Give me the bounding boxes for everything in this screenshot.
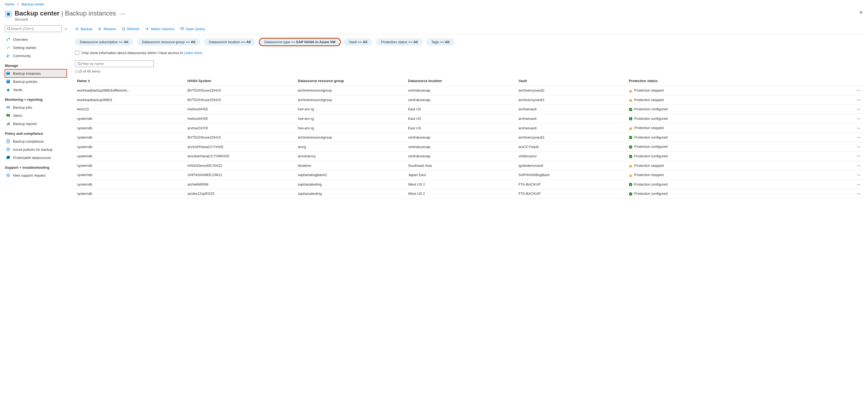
cell-hana: SAPHANAMDC2\M11 — [185, 170, 296, 180]
table-row[interactable]: workloadbackup36801differentn...BVTD2HSu… — [75, 86, 863, 95]
access-check-checkbox[interactable] — [75, 51, 79, 55]
page-header: Backup center | Backup instances ⋯ Micro… — [0, 8, 868, 25]
row-more-icon[interactable]: ⋯ — [737, 133, 863, 142]
table-row[interactable]: test123hxehost\HXEhxe-arv-rgEast USarvhx… — [75, 105, 863, 114]
sidebar-item-backup-instances[interactable]: Backup instances — [5, 69, 67, 78]
filter-datasource-subscription[interactable]: Datasource subscription == All — [75, 38, 133, 46]
row-more-icon[interactable]: ⋯ — [737, 86, 863, 95]
learn-more-link[interactable]: Learn more — [184, 51, 202, 55]
table-row[interactable]: systemdbHANADemoIDC3\H22idcdemoSoutheast… — [75, 161, 863, 170]
filter-datasource-rg[interactable]: Datasource resource group == All — [137, 38, 200, 46]
cell-rg: archiveresourcegroup — [296, 133, 406, 142]
refresh-button[interactable]: Refresh — [121, 27, 140, 31]
col-loc[interactable]: Datasource location — [406, 76, 516, 86]
row-more-icon[interactable]: ⋯ — [737, 180, 863, 189]
backup-instances-icon — [6, 71, 10, 76]
cell-name: systemdb — [75, 123, 185, 133]
cell-status: Protection stopped — [626, 170, 737, 180]
svg-point-5 — [7, 48, 8, 49]
breadcrumb-current[interactable]: Backup center — [22, 2, 44, 6]
table-row[interactable]: systemdbanssharHanaCCYVM\HXEanssharccyce… — [75, 151, 863, 161]
table-row[interactable]: systemdbhxehost\HXEhxe-arv-rgEast USarvh… — [75, 114, 863, 123]
sidebar-item-new-support[interactable]: New support request — [5, 171, 67, 179]
cell-status: Protection stopped — [626, 95, 737, 105]
col-hana[interactable]: HANA System — [185, 76, 296, 86]
row-more-icon[interactable]: ⋯ — [737, 105, 863, 114]
sidebar-item-label: Overview — [13, 37, 28, 41]
table-row[interactable]: systemdbSAPHANAMDC2\M11saphanabugbash2Ja… — [75, 170, 863, 180]
sidebar-item-community[interactable]: Community — [5, 52, 67, 60]
row-more-icon[interactable]: ⋯ — [737, 189, 863, 199]
svg-rect-15 — [6, 106, 10, 107]
sidebar-item-backup-policies[interactable]: Backup policies — [5, 78, 67, 86]
collapse-sidebar-icon[interactable]: « — [65, 27, 67, 31]
sidebar-search[interactable] — [5, 25, 62, 32]
filter-datasource-type[interactable]: Datasource type == SAP HANA in Azure VM — [259, 38, 340, 46]
filter-tags[interactable]: Tags == All — [426, 38, 454, 46]
select-columns-button[interactable]: Select columns — [145, 27, 174, 31]
sidebar-item-label: Azure policies for backup — [13, 148, 53, 152]
col-vault[interactable]: Vault — [516, 76, 626, 86]
restore-button[interactable]: Restore — [98, 27, 116, 31]
cell-name: systemdb — [75, 114, 185, 123]
filter-vault[interactable]: Vault == All — [344, 38, 372, 46]
sidebar-item-backup-reports[interactable]: Backup reports — [5, 120, 67, 128]
table-row[interactable]: systemdbarvSAPHanaCCY\HXEarvrgcentraluse… — [75, 142, 863, 152]
breadcrumb-home[interactable]: Home — [5, 2, 14, 6]
row-more-icon[interactable]: ⋯ — [737, 151, 863, 161]
overview-icon — [6, 37, 10, 41]
sidebar-item-protectable[interactable]: Protectable datasources — [5, 153, 67, 162]
sidebar-item-backup-jobs[interactable]: Backup jobs — [5, 103, 67, 111]
status-warn-icon — [629, 173, 632, 177]
svg-point-27 — [8, 175, 9, 176]
sidebar-item-overview[interactable]: Overview — [5, 35, 67, 43]
cell-status: Protection configured — [626, 133, 737, 142]
table-row[interactable]: systemdbBVTD2HSuse15\H15archiveresourceg… — [75, 133, 863, 142]
status-ok-icon — [629, 136, 632, 139]
cell-loc: East US — [406, 114, 516, 123]
alerts-icon — [6, 113, 10, 118]
row-more-icon[interactable]: ⋯ — [737, 95, 863, 105]
filter-label: Datasource type == — [264, 40, 296, 44]
name-filter[interactable] — [75, 60, 154, 67]
filter-value: All — [246, 40, 251, 44]
row-more-icon[interactable]: ⋯ — [737, 161, 863, 170]
open-query-button[interactable]: Open Query — [180, 27, 205, 31]
col-status[interactable]: Protection status — [626, 76, 737, 86]
sidebar-item-azure-policies[interactable]: Azure policies for backup — [5, 145, 67, 153]
sort-icon: ⇅ — [88, 79, 90, 83]
status-warn-icon — [629, 98, 632, 102]
row-more-icon[interactable]: ⋯ — [737, 142, 863, 152]
sidebar-search-input[interactable] — [10, 27, 60, 31]
main: Backup Restore Refresh Select columns Op… — [70, 25, 868, 199]
sidebar-item-vaults[interactable]: Vaults — [5, 86, 67, 94]
table-row[interactable]: systemdbazrhel84\R84saphanatestingWest U… — [75, 180, 863, 189]
backup-compliance-icon — [6, 139, 10, 143]
row-more-icon[interactable]: ⋯ — [737, 170, 863, 180]
sidebar-item-alerts[interactable]: Alerts — [5, 111, 67, 120]
close-icon[interactable]: ✕ — [859, 9, 863, 16]
sidebar-item-backup-compliance[interactable]: Backup compliance — [5, 137, 67, 145]
col-name[interactable]: Name⇅ — [75, 76, 185, 86]
header-more-icon[interactable]: ⋯ — [121, 11, 125, 17]
row-more-icon[interactable]: ⋯ — [737, 123, 863, 133]
status-ok-icon — [629, 117, 632, 121]
cell-rg: saphanatesting — [296, 189, 406, 199]
svg-rect-16 — [6, 107, 10, 108]
row-more-icon[interactable]: ⋯ — [737, 114, 863, 123]
backup-button[interactable]: Backup — [75, 27, 92, 31]
col-rg[interactable]: Datasource resource group — [296, 76, 406, 86]
cell-rg: hxe-arv-rg — [296, 114, 406, 123]
cell-rg: hxe-arv-rg — [296, 105, 406, 114]
filter-protection-status[interactable]: Protection status == All — [376, 38, 423, 46]
svg-point-23 — [8, 149, 9, 150]
name-filter-input[interactable] — [81, 62, 151, 66]
svg-line-3 — [9, 29, 10, 30]
status-ok-icon — [629, 108, 632, 111]
cell-vault: arvhxevault — [516, 105, 626, 114]
filter-datasource-location[interactable]: Datasource location == All — [204, 38, 255, 46]
table-row[interactable]: workloadbackup36801BVTD2HSuse15\H15archi… — [75, 95, 863, 105]
table-row[interactable]: systemdbazsles12sp5\S25saphanatestingWes… — [75, 189, 863, 199]
table-row[interactable]: systemdbarvhxe2\HYEhxe-arv-rgEast USarvh… — [75, 123, 863, 133]
sidebar-item-getting-started[interactable]: Getting started — [5, 43, 67, 52]
